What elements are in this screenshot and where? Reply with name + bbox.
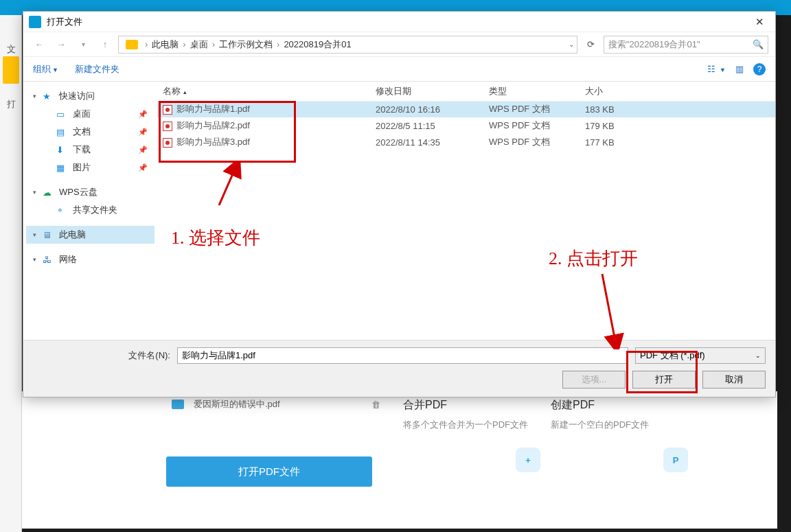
dialog-footer: 文件名(N): PDF 文档 (*.pdf) ⌄ 选项... 打开 取消 [23,340,775,397]
open-pdf-button[interactable]: 打开PDF文件 [166,456,372,487]
sidebar-item[interactable]: ⚬共享文件夹 [26,201,154,219]
merge-pdf-icon[interactable]: + [516,448,540,472]
sidebar-item[interactable]: ▾☁WPS云盘 [26,183,154,201]
sidebar-label: 下载 [73,143,91,156]
folder-icon [126,40,138,49]
file-type-filter[interactable]: PDF 文档 (*.pdf) ⌄ [635,347,766,364]
sidebar-icon: ▤ [56,127,69,137]
file-row[interactable]: 影响力与品牌2.pdf2022/8/5 11:15WPS PDF 文档179 K… [157,117,775,134]
history-dropdown[interactable]: ▾ [74,36,92,54]
svg-line-0 [219,166,236,205]
annotation-arrow-1 [205,161,247,209]
forward-button[interactable]: → [52,36,70,54]
close-icon[interactable]: ✕ [750,13,770,31]
sidebar-item[interactable]: ▾🖥此电脑 [26,226,154,244]
delete-icon[interactable]: 🗑 [371,400,380,410]
new-folder-button[interactable]: 新建文件夹 [75,63,119,76]
sidebar-icon: ⬇ [56,145,69,155]
card-title: 合并PDF [403,398,540,413]
crumb-seg[interactable]: 工作示例文档 [218,37,274,52]
sidebar-icon: ▦ [56,163,69,173]
svg-line-1 [602,274,616,345]
sidebar: ▾★快速访问▭桌面📌▤文档📌⬇下载📌▦图片📌▾☁WPS云盘⚬共享文件夹▾🖥此电脑… [23,82,157,349]
open-button[interactable]: 打开 [632,371,696,389]
toolbar: 组织▼ 新建文件夹 ☷ ▼ ▥ ? [23,57,775,82]
options-button[interactable]: 选项... [562,371,626,389]
help-icon[interactable]: ? [753,63,766,76]
sidebar-item[interactable]: ▾🖧网络 [26,251,154,268]
col-name[interactable]: 名称 [157,82,370,101]
sidebar-label: 桌面 [73,108,91,120]
search-input[interactable]: 搜索"20220819合并01" 🔍 [604,36,768,54]
expand-icon[interactable]: ▾ [33,189,43,196]
card-desc: 将多个文件合并为一个PDF文件 [403,418,540,432]
back-button[interactable]: ← [30,36,48,54]
sidebar-item[interactable]: ▦图片📌 [26,159,154,176]
search-icon[interactable]: 🔍 [753,39,764,49]
preview-pane-button[interactable]: ▥ [735,64,744,74]
refresh-button[interactable]: ⟳ [582,39,599,49]
sidebar-label: 快速访问 [59,90,95,102]
sidebar-icon: ▭ [56,109,69,119]
annotation-text-1: 1. 选择文件 [171,226,260,250]
breadcrumb[interactable]: › 此电脑 › 桌面 › 工作示例文档 › 20220819合并01 ⌄ [118,36,577,54]
annotation-text-2: 2. 点击打开 [549,246,638,270]
pin-icon: 📌 [138,110,148,119]
col-size[interactable]: 大小 [580,82,775,101]
expand-icon[interactable]: ▾ [33,256,43,263]
sidebar-label: 网络 [59,253,77,266]
expand-icon[interactable]: ▾ [33,231,43,238]
sidebar-label: 共享文件夹 [73,204,117,216]
recent-file-name: 爱因斯坦的错误中.pdf [194,398,280,410]
file-row[interactable]: 影响力与品牌3.pdf2022/8/11 14:35WPS PDF 文档177 … [157,134,775,150]
view-mode-button[interactable]: ☷ ▼ [707,64,726,74]
card-title: 创建PDF [551,398,688,413]
search-placeholder: 搜索"20220819合并01" [608,38,700,51]
sidebar-icon: ☁ [43,187,55,198]
sidebar-item[interactable]: ▤文档📌 [26,123,154,141]
pdf-icon [163,122,172,131]
sidebar-item[interactable]: ▭桌面📌 [26,105,154,123]
background-page: 爱因斯坦的错误中.pdf 🗑 打开PDF文件 合并PDF 将多个文件合并为一个P… [22,391,777,529]
sidebar-label: WPS云盘 [59,186,98,198]
sidebar-icon: 🖧 [43,255,55,265]
sidebar-item[interactable]: ⬇下载📌 [26,141,154,159]
up-button[interactable]: ↑ [96,36,114,54]
expand-icon[interactable]: ▾ [33,93,43,100]
chevron-down-icon[interactable]: ⌄ [569,41,574,48]
sidebar-label: 文档 [73,126,91,138]
sidebar-item[interactable]: ▾★快速访问 [26,87,154,105]
sidebar-icon: 🖥 [43,230,55,240]
annotation-arrow-2 [575,270,630,349]
organize-menu[interactable]: 组织▼ [33,63,58,76]
file-icon [172,400,184,409]
filename-input[interactable] [177,347,628,364]
nav-bar: ← → ▾ ↑ › 此电脑 › 桌面 › 工作示例文档 › 20220819合并… [23,32,775,57]
file-row[interactable]: 影响力与品牌1.pdf2022/8/10 16:16WPS PDF 文档183 … [157,101,775,117]
toolbar-label-2: 打 [0,91,22,118]
col-type[interactable]: 类型 [483,82,580,101]
folder-icon [3,56,19,84]
cancel-button[interactable]: 取消 [702,371,766,389]
dialog-title: 打开文件 [47,16,82,28]
pin-icon: 📌 [138,128,148,137]
sidebar-label: 图片 [73,161,91,174]
sidebar-icon: ⚬ [56,205,69,216]
crumb-seg[interactable]: 此电脑 [150,37,180,52]
dialog-app-icon [29,16,41,28]
card-desc: 新建一个空白的PDF文件 [551,418,688,432]
pin-icon: 📌 [138,163,148,172]
file-list: 名称 修改日期 类型 大小 影响力与品牌1.pdf2022/8/10 16:16… [157,82,775,349]
pdf-icon [163,138,172,148]
sidebar-label: 此电脑 [59,229,86,241]
create-pdf-icon[interactable]: P [663,448,688,472]
app-left-toolbar: 文 打 [0,15,22,532]
filter-value: PDF 文档 (*.pdf) [640,349,755,362]
pdf-icon [163,105,172,115]
open-file-dialog: 打开文件 ✕ ← → ▾ ↑ › 此电脑 › 桌面 › 工作示例文档 › 202… [23,11,776,397]
sidebar-icon: ★ [43,91,55,102]
chevron-down-icon: ⌄ [755,352,761,359]
col-date[interactable]: 修改日期 [370,82,483,101]
crumb-seg[interactable]: 桌面 [189,37,209,52]
crumb-seg[interactable]: 20220819合并01 [282,37,352,52]
